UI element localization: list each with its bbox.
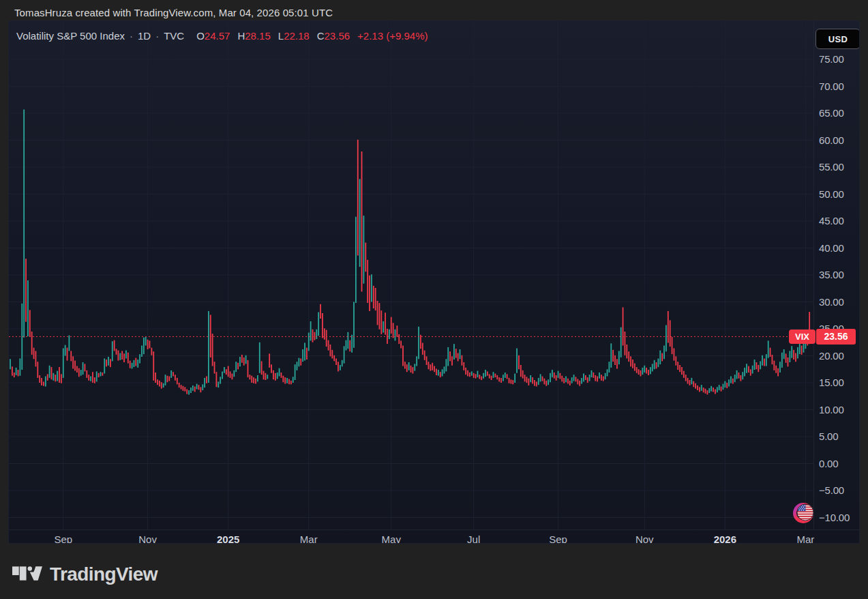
price-line-symbol-tag: VIX [789, 330, 815, 344]
y-axis-label: 60.00 [819, 134, 844, 146]
x-axis-label: Mar [796, 534, 814, 544]
y-axis-label: 75.00 [819, 53, 844, 65]
close-value: 23.56 [325, 30, 350, 42]
y-axis-label: 10.00 [819, 404, 844, 415]
last-price-label: 23.56 [816, 329, 856, 345]
change-value: +2.13 (+9.94%) [357, 30, 428, 42]
chart-legend: Volatility S&P 500 Index·1D·TVCO24.57H28… [16, 30, 428, 42]
x-axis-label: Sep [54, 534, 72, 544]
high-key: H [237, 30, 245, 42]
y-axis-label: 45.00 [819, 215, 844, 227]
y-axis-label: −5.00 [819, 484, 844, 496]
currency-button[interactable]: USD [815, 29, 860, 49]
x-axis-label: Sep [549, 534, 567, 544]
y-axis-label: 65.00 [819, 107, 844, 119]
y-axis-label: 35.00 [819, 269, 844, 280]
tradingview-logo-text: TradingView [50, 564, 158, 585]
chart-pane: Volatility S&P 500 Index·1D·TVCO24.57H28… [8, 20, 860, 544]
time-axis-border [9, 529, 860, 530]
legend-separator: · [155, 30, 159, 42]
y-axis-label: 40.00 [819, 242, 844, 254]
close-key: C [317, 30, 325, 42]
x-axis-label: May [382, 534, 401, 544]
x-axis-label: 2025 [217, 534, 239, 544]
attribution-text: TomasHruza created with TradingView.com,… [14, 7, 333, 18]
tradingview-logo-icon [12, 564, 42, 585]
x-axis-label: Jul [467, 534, 480, 544]
symbol-title[interactable]: Volatility S&P 500 Index [16, 30, 125, 42]
x-axis-label: Mar [300, 534, 318, 544]
y-axis-label: 55.00 [819, 161, 844, 173]
open-key: O [196, 30, 205, 42]
x-axis-label: Nov [138, 534, 157, 544]
low-key: L [278, 30, 284, 42]
x-axis-label: 2026 [714, 534, 736, 544]
ohlc-values: O24.57H28.15L22.18C23.56+2.13 (+9.94%) [196, 30, 428, 42]
price-axis-border [813, 21, 814, 529]
tradingview-logo[interactable]: TradingView [12, 564, 158, 585]
low-value: 22.18 [284, 30, 310, 42]
y-axis-label: 15.00 [819, 377, 844, 388]
high-value: 28.15 [245, 30, 271, 42]
tradingview-snapshot: TomasHruza created with TradingView.com,… [0, 0, 868, 599]
y-axis-label: −10.00 [819, 512, 850, 523]
y-axis-label: 50.00 [819, 188, 844, 200]
y-axis-label: 5.00 [819, 430, 838, 442]
candlestick-series[interactable] [9, 21, 860, 544]
us-flag-icon [793, 501, 816, 527]
interval-label[interactable]: 1D [138, 30, 151, 42]
exchange-label: TVC [164, 30, 184, 42]
x-axis-label: Nov [635, 534, 654, 544]
y-axis-label: 30.00 [819, 296, 844, 308]
open-value: 24.57 [205, 30, 230, 42]
y-axis-label: 20.00 [819, 350, 844, 362]
y-axis-label: 70.00 [819, 81, 844, 92]
legend-separator: · [130, 30, 133, 42]
y-axis-label: 0.00 [819, 458, 838, 469]
